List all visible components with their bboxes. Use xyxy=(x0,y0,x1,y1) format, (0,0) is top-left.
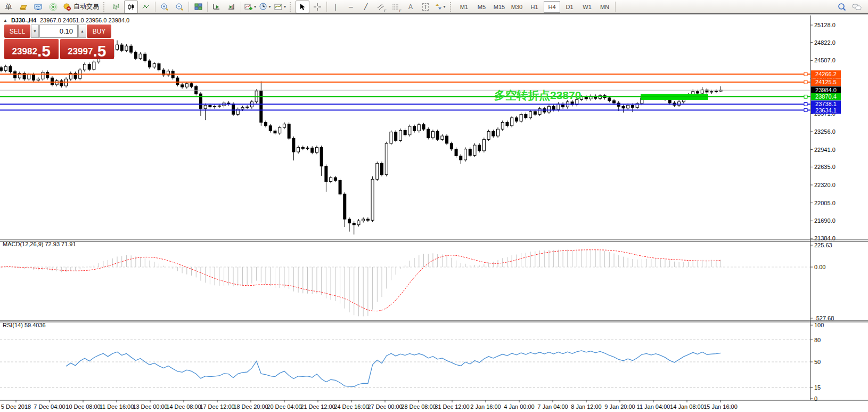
svg-text:24266.2: 24266.2 xyxy=(815,71,837,77)
collapse-panel-icon[interactable]: ▲ xyxy=(3,18,7,23)
indicators-icon[interactable]: ▾ xyxy=(243,1,257,13)
chevron-down-icon[interactable]: ▾ xyxy=(284,4,286,9)
price-axis-tick: 25128.0 xyxy=(814,22,836,28)
timeframe-M15[interactable]: M15 xyxy=(491,1,507,13)
svg-text:24125.5: 24125.5 xyxy=(815,79,837,85)
trendline-tool-icon[interactable]: ╱ xyxy=(359,1,373,13)
auto-scroll-icon[interactable] xyxy=(210,1,224,13)
macd-histogram xyxy=(1,249,721,316)
mt4-window: 单 自动交易 xyxy=(0,0,868,412)
timeframe-M1[interactable]: M1 xyxy=(456,1,472,13)
time-axis-label: 2 Jan 16:00 xyxy=(470,403,501,410)
time-axis-label: 20 Dec 04:00 xyxy=(267,403,301,410)
price-axis-tick: 22941.0 xyxy=(814,147,836,153)
templates-icon[interactable]: ▾ xyxy=(273,1,287,13)
rsi-pane xyxy=(0,340,810,388)
price-axis-tick: 21384.0 xyxy=(814,235,836,241)
sell-price-main: 23982 xyxy=(12,47,37,56)
chart-shift-icon[interactable] xyxy=(225,1,239,13)
autotrade-button[interactable]: 自动交易 xyxy=(61,1,101,13)
buy-price-button[interactable]: 23997 .5 xyxy=(60,39,114,59)
one-click-trading-panel: SELL ▼ 0.10 ▲ BUY 23982 .5 23997 .5 xyxy=(4,25,114,59)
time-axis-label: 27 Dec 00:00 xyxy=(367,403,402,410)
price-axis-tick: 22635.0 xyxy=(814,164,836,170)
cursor-icon[interactable] xyxy=(296,1,309,13)
price-axis-tick: 23256.0 xyxy=(814,128,836,135)
price-axis-tick: 22005.0 xyxy=(814,200,836,206)
candlestick-type-icon[interactable] xyxy=(124,1,138,13)
price-level-lines[interactable] xyxy=(0,72,810,112)
chevron-down-icon[interactable]: ▾ xyxy=(254,4,256,9)
buy-button[interactable]: BUY xyxy=(87,25,111,38)
text-label-tool-icon[interactable]: T xyxy=(419,1,432,13)
price-axis-tick: 24507.0 xyxy=(814,57,836,63)
chat-icon[interactable] xyxy=(850,1,864,13)
rsi-axis-tick: 15 xyxy=(814,384,821,391)
new-chart-icon[interactable] xyxy=(31,1,45,13)
zoom-out-icon[interactable] xyxy=(173,1,186,13)
timeframe-MN[interactable]: MN xyxy=(596,1,613,13)
macd-axis-tick: -527.68 xyxy=(814,315,834,321)
sell-price-fraction: .5 xyxy=(37,45,51,58)
signals-icon[interactable] xyxy=(46,1,60,13)
tile-windows-icon[interactable] xyxy=(191,1,205,13)
timeframe-W1[interactable]: W1 xyxy=(579,1,595,13)
pivot-annotation-text[interactable]: 多空转折点23870 xyxy=(494,89,581,102)
macd-axis-tick: 225.63 xyxy=(814,242,832,248)
timeframe-M30[interactable]: M30 xyxy=(509,1,525,13)
periods-icon[interactable]: ▾ xyxy=(258,1,272,13)
price-chart: 多空转折点2387025128.024822.024507.024191.023… xyxy=(0,15,868,412)
text-tool-icon[interactable]: A xyxy=(404,1,417,13)
price-flag-23870.4: 23870.4 xyxy=(811,93,841,100)
toolbar-separator xyxy=(189,2,189,12)
sell-button[interactable]: SELL xyxy=(4,25,30,38)
macd-pane xyxy=(0,249,810,316)
search-icon[interactable] xyxy=(835,1,849,13)
rsi-axis-tick: 50 xyxy=(814,359,821,365)
crosshair-icon[interactable] xyxy=(310,1,324,13)
symbol-period-label: DJ30-,H4 xyxy=(11,17,36,23)
arrows-tool-icon[interactable]: ▾ xyxy=(433,1,447,13)
price-axis-tick: 22320.0 xyxy=(814,182,836,188)
time-axis-label: 7 Jan 04:00 xyxy=(537,403,568,410)
new-order-button[interactable]: 单 xyxy=(2,1,15,13)
timeframe-M5[interactable]: M5 xyxy=(473,1,490,13)
chevron-down-icon[interactable]: ▾ xyxy=(268,4,271,9)
chevron-down-icon[interactable]: ▾ xyxy=(443,4,445,9)
time-axis-label: 21 Dec 12:00 xyxy=(300,403,335,410)
channel-sub-letter: E xyxy=(384,9,387,13)
zoom-in-icon[interactable] xyxy=(158,1,171,13)
timeframe-H4[interactable]: H4 xyxy=(544,1,560,13)
volume-input[interactable]: 0.10 xyxy=(39,25,78,38)
time-axis-label: 5 Dec 2018 xyxy=(1,403,31,410)
timeframe-H1[interactable]: H1 xyxy=(526,1,543,13)
time-axis-label: 18 Dec 20:00 xyxy=(233,403,268,410)
horizontal-line-tool-icon[interactable]: ─ xyxy=(344,1,358,13)
line-chart-type-icon[interactable] xyxy=(139,1,153,13)
fibonacci-tool-icon[interactable]: F xyxy=(389,1,403,13)
fibo-sub-letter: F xyxy=(399,9,402,13)
macd-axis-tick: 0.00 xyxy=(814,264,825,270)
timeframe-D1[interactable]: D1 xyxy=(561,1,578,13)
time-axis-label: 7 Dec 04:00 xyxy=(34,403,65,410)
gold-bar-icon[interactable] xyxy=(17,1,30,13)
volume-increase-button[interactable]: ▲ xyxy=(78,25,86,38)
time-axis-label: 11 Jan 04:00 xyxy=(637,403,670,410)
price-flag-24266.2: 24266.2 xyxy=(811,70,841,78)
time-axis-label: 31 Dec 12:00 xyxy=(435,403,469,410)
sell-price-button[interactable]: 23982 .5 xyxy=(4,39,59,59)
volume-decrease-button[interactable]: ▼ xyxy=(31,25,39,38)
toolbar-separator xyxy=(155,2,155,12)
bar-chart-type-icon[interactable] xyxy=(109,1,123,13)
time-axis-label: 9 Jan 20:00 xyxy=(604,403,635,410)
toolbar-separator xyxy=(207,2,208,12)
time-axis-label: 10 Dec 08:00 xyxy=(65,403,100,410)
price-axis-tick: 24822.0 xyxy=(814,39,836,46)
toolbar-grip xyxy=(103,2,107,12)
time-axis-label: 14 Jan 08:00 xyxy=(670,403,704,410)
vertical-line-tool-icon[interactable]: │ xyxy=(329,1,343,13)
macd-indicator-label: MACD(12,26,9) 72.93 71.91 xyxy=(3,241,76,247)
channel-tool-icon[interactable]: E xyxy=(374,1,388,13)
price-flag-23634.1: 23634.1 xyxy=(811,107,841,114)
price-flag-23984.0: 23984.0 xyxy=(811,86,841,94)
